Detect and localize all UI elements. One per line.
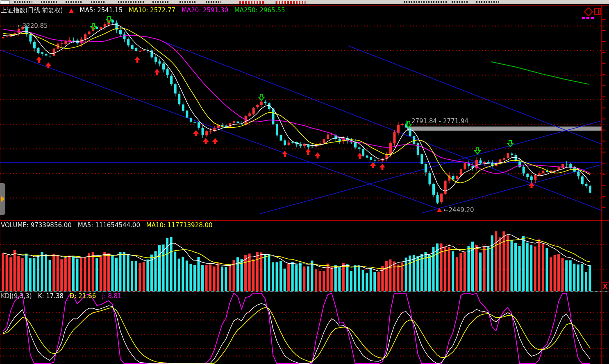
expand-arrow-icon (1, 196, 5, 202)
kdj-d-value: D: 21.66 (70, 292, 96, 300)
magenta-ellipsis-icon (582, 17, 595, 19)
window-layout-icon[interactable] (594, 8, 601, 15)
low-price-label: ←2449.20 (443, 206, 474, 214)
high-price-label: ←3220.85 (17, 22, 48, 29)
ma10-legend: MA10: 2572.77 (129, 7, 175, 14)
kdj-header-row: KDJ(9,3,3) K: 17.38 D: 21.66 J: 8.81 (1, 292, 126, 300)
page-title: 上证指数(日线.前复权) (1, 7, 63, 14)
ma5-legend: MA5: 2541.15 (80, 7, 123, 14)
panel-expand-tab[interactable] (0, 183, 5, 215)
kdj-params: KDJ(9,3,3) (1, 292, 32, 300)
gap-price-label: 2791.84 - 2771.94 (411, 118, 468, 125)
ma20-legend: MA20: 2591.30 (182, 7, 228, 14)
trading-terminal: 上证指数(日线.前复权) ▲ MA5: 2541.15 MA10: 2572.7… (0, 0, 609, 364)
volume-ma5-value: MA5: 111654544.00 (78, 222, 140, 229)
chart-title-row: 上证指数(日线.前复权) ▲ MA5: 2541.15 MA10: 2572.7… (1, 7, 289, 14)
kdj-j-value: J: 8.81 (102, 292, 122, 300)
chart-canvas[interactable] (0, 0, 609, 364)
ma250-legend: MA250: 2965.55 (234, 7, 285, 14)
pane-close-button[interactable]: X (603, 283, 609, 291)
volume-value: VOLUME: 97339856.00 (1, 222, 72, 229)
kdj-k-value: K: 17.38 (38, 292, 64, 300)
volume-header-row: VOLUME: 97339856.00 MA5: 111654544.00 MA… (1, 222, 217, 229)
up-arrow-icon: ▲ (69, 7, 74, 14)
volume-ma10-value: MA10: 117713928.00 (146, 222, 213, 229)
